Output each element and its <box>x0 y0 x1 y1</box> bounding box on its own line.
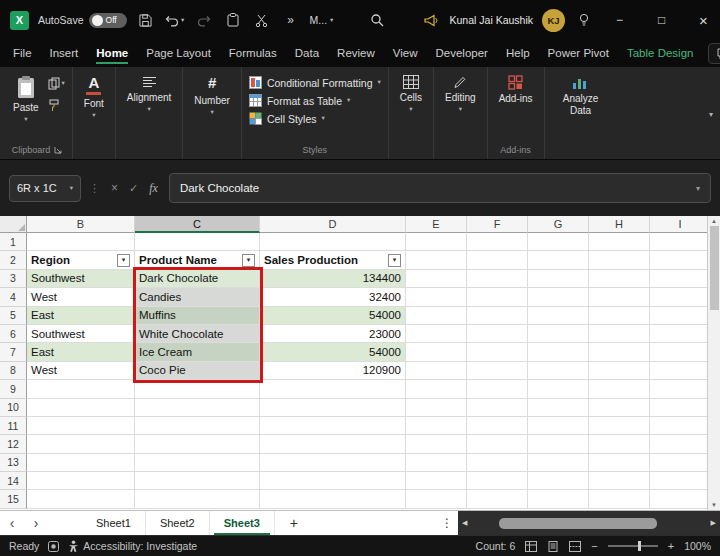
cell-D8[interactable]: 120900 <box>260 362 406 380</box>
ribbon-collapse-icon[interactable]: ▾ <box>709 110 713 119</box>
page-break-view-button[interactable] <box>569 541 581 552</box>
cell-B9[interactable] <box>27 380 135 398</box>
row-header-1[interactable]: 1 <box>0 233 27 251</box>
cell-E3[interactable] <box>406 270 467 288</box>
new-sheet-button[interactable]: + <box>275 511 313 535</box>
tab-review[interactable]: Review <box>328 42 384 66</box>
cell-D9[interactable] <box>260 380 406 398</box>
sheet-nav-next[interactable]: › <box>24 511 48 535</box>
zoom-slider[interactable] <box>608 545 658 547</box>
cell-C14[interactable] <box>135 472 260 490</box>
sheet-tab-sheet2[interactable]: Sheet2 <box>146 511 210 535</box>
cell-I10[interactable] <box>650 399 707 417</box>
tab-data[interactable]: Data <box>286 42 328 66</box>
cell-H6[interactable] <box>589 325 650 343</box>
macro-record-button[interactable] <box>48 541 59 552</box>
cell-F1[interactable] <box>467 233 528 251</box>
tab-home[interactable]: Home <box>87 42 137 66</box>
cell-I9[interactable] <box>650 380 707 398</box>
cell-B4[interactable]: West <box>27 288 135 306</box>
cell-C13[interactable] <box>135 454 260 472</box>
cell-F14[interactable] <box>467 472 528 490</box>
cell-I13[interactable] <box>650 454 707 472</box>
cell-styles-button[interactable]: Cell Styles ▾ <box>249 112 325 125</box>
cell-I7[interactable] <box>650 343 707 361</box>
cell-H14[interactable] <box>589 472 650 490</box>
cell-E1[interactable] <box>406 233 467 251</box>
cell-C10[interactable] <box>135 399 260 417</box>
cell-B14[interactable] <box>27 472 135 490</box>
cell-E9[interactable] <box>406 380 467 398</box>
cell-D12[interactable] <box>260 435 406 453</box>
addins-button[interactable]: Add-ins <box>495 73 537 106</box>
row-header-13[interactable]: 13 <box>0 454 27 472</box>
cell-I4[interactable] <box>650 288 707 306</box>
tab-table-design[interactable]: Table Design <box>618 42 702 66</box>
cell-H3[interactable] <box>589 270 650 288</box>
cell-H12[interactable] <box>589 435 650 453</box>
cell-H10[interactable] <box>589 399 650 417</box>
zoom-in-button[interactable]: + <box>668 540 674 552</box>
conditional-formatting-button[interactable]: Conditional Formatting ▾ <box>249 76 381 89</box>
cell-H15[interactable] <box>589 490 650 508</box>
user-name[interactable]: Kunal Jai Kaushik <box>450 14 533 26</box>
scroll-down-icon[interactable]: ▼ <box>711 502 717 508</box>
cell-F3[interactable] <box>467 270 528 288</box>
cell-B1[interactable] <box>27 233 135 251</box>
cell-H9[interactable] <box>589 380 650 398</box>
row-header-6[interactable]: 6 <box>0 325 27 343</box>
filter-button-C[interactable]: ▾ <box>242 254 255 267</box>
formula-input[interactable]: Dark Chocolate ▾ <box>169 173 711 203</box>
filter-button-D[interactable]: ▾ <box>388 254 401 267</box>
zoom-level[interactable]: 100% <box>684 540 711 552</box>
search-button[interactable] <box>367 7 387 33</box>
cell-G8[interactable] <box>528 362 589 380</box>
cell-C12[interactable] <box>135 435 260 453</box>
zoom-slider-thumb[interactable] <box>638 541 641 551</box>
cancel-icon[interactable]: × <box>111 181 118 195</box>
cell-D10[interactable] <box>260 399 406 417</box>
cell-C11[interactable] <box>135 417 260 435</box>
cell-F12[interactable] <box>467 435 528 453</box>
cell-G10[interactable] <box>528 399 589 417</box>
cell-F2[interactable] <box>467 251 528 269</box>
cell-E11[interactable] <box>406 417 467 435</box>
cut-qat-button[interactable] <box>252 7 272 33</box>
cell-E5[interactable] <box>406 307 467 325</box>
expand-formula-bar-icon[interactable]: ▾ <box>696 184 700 193</box>
cell-I8[interactable] <box>650 362 707 380</box>
cell-B10[interactable] <box>27 399 135 417</box>
tab-help[interactable]: Help <box>497 42 539 66</box>
cell-G2[interactable] <box>528 251 589 269</box>
cell-B5[interactable]: East <box>27 307 135 325</box>
format-as-table-button[interactable]: Format as Table ▾ <box>249 94 350 107</box>
row-header-7[interactable]: 7 <box>0 343 27 361</box>
cell-I12[interactable] <box>650 435 707 453</box>
cell-E14[interactable] <box>406 472 467 490</box>
column-header-H[interactable]: H <box>589 216 650 233</box>
scroll-right-icon[interactable]: ▶ <box>711 519 716 527</box>
row-header-5[interactable]: 5 <box>0 307 27 325</box>
cell-I5[interactable] <box>650 307 707 325</box>
cell-I15[interactable] <box>650 490 707 508</box>
cell-F10[interactable] <box>467 399 528 417</box>
filter-button-B[interactable]: ▾ <box>117 254 130 267</box>
row-header-4[interactable]: 4 <box>0 288 27 306</box>
scroll-left-icon[interactable]: ◀ <box>462 519 467 527</box>
scroll-up-icon[interactable]: ▲ <box>711 218 717 224</box>
column-header-B[interactable]: B <box>27 216 135 233</box>
cell-G5[interactable] <box>528 307 589 325</box>
sheet-tab-sheet1[interactable]: Sheet1 <box>82 511 146 535</box>
paste-qat-button[interactable] <box>223 7 243 33</box>
cell-G9[interactable] <box>528 380 589 398</box>
cell-D6[interactable]: 23000 <box>260 325 406 343</box>
column-header-I[interactable]: I <box>650 216 707 233</box>
select-all-corner[interactable] <box>0 216 27 233</box>
insert-function-icon[interactable]: fx <box>149 181 158 196</box>
cell-C1[interactable] <box>135 233 260 251</box>
column-header-E[interactable]: E <box>406 216 467 233</box>
vertical-scrollbar-thumb[interactable] <box>710 226 719 310</box>
cell-H8[interactable] <box>589 362 650 380</box>
cell-G3[interactable] <box>528 270 589 288</box>
cell-F15[interactable] <box>467 490 528 508</box>
